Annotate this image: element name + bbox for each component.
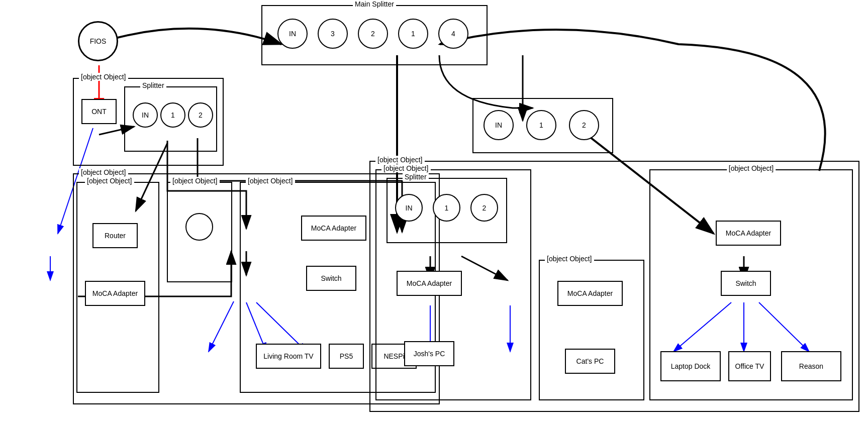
catspc-node: Cat's PC: [565, 349, 615, 374]
bas-2-node: 2: [188, 102, 213, 128]
kitchen-island-label: [object Object]: [170, 177, 220, 185]
ont-node: ONT: [81, 99, 117, 124]
kitchen-outlet-node: [185, 213, 213, 241]
main-in-node: IN: [277, 19, 308, 49]
main-2-node: 2: [358, 19, 388, 49]
cats-room-label: [object Object]: [545, 255, 594, 263]
office-region: [object Object] MoCA Adapter Switch Lapt…: [649, 169, 853, 400]
basement-label: [object Object]: [79, 73, 128, 81]
aux-2-node: 2: [569, 110, 599, 140]
fios-node: FIOS: [78, 21, 118, 61]
main-4-node: 4: [438, 19, 468, 49]
office-moca-node: MoCA Adapter: [716, 221, 781, 246]
main-1-node: 1: [398, 19, 428, 49]
main-splitter-title: Main Splitter: [353, 0, 396, 8]
bas-1-node: 1: [160, 102, 185, 128]
basement-region: [object Object] ONT Splitter IN 1 2: [73, 78, 224, 166]
joshs-room-label: [object Object]: [381, 164, 431, 172]
main-3-node: 3: [318, 19, 348, 49]
aux-1-node: 1: [526, 110, 556, 140]
ps5-node: PS5: [329, 344, 364, 369]
second-floor-label: [object Object]: [375, 156, 425, 164]
living-tv-node: Living Room TV: [256, 344, 321, 369]
first-floor-label: [object Object]: [79, 168, 128, 176]
cats-moca-node: MoCA Adapter: [557, 281, 623, 306]
josh-moca-node: MoCA Adapter: [397, 271, 462, 296]
main-splitter-region: Main Splitter IN 3 2 1 4: [261, 5, 488, 65]
joshpc-node: Josh's PC: [404, 341, 454, 366]
living-switch-node: Switch: [306, 266, 356, 291]
bas-in-node: IN: [133, 102, 158, 128]
second-floor-region: [object Object] [object Object] Splitter…: [369, 161, 859, 412]
office-switch-node: Switch: [721, 271, 771, 296]
media-room-region: [object Object] Router MoCA Adapter: [76, 182, 159, 393]
office-tv-node: Office TV: [728, 351, 771, 381]
aux-splitter-region: IN 1 2: [472, 98, 613, 153]
basement-splitter-title: Splitter: [140, 81, 166, 89]
network-diagram: FIOS Main Splitter IN 3 2 1 4 IN 1: [0, 0, 868, 423]
josh-in-node: IN: [395, 194, 423, 222]
josh-1-node: 1: [433, 194, 460, 222]
josh-2-node: 2: [470, 194, 498, 222]
josh-splitter-region: Splitter IN 1 2: [387, 178, 507, 243]
living-moca-node: MoCA Adapter: [301, 216, 366, 241]
fios-label: FIOS: [90, 37, 107, 45]
joshs-room-region: [object Object] Splitter IN 1 2 MoCA Ada…: [375, 169, 531, 400]
router-node: Router: [92, 223, 138, 248]
cats-room-region: [object Object] MoCA Adapter Cat's PC: [539, 260, 644, 400]
reason-node: Reason: [781, 351, 841, 381]
basement-splitter-region: Splitter IN 1 2: [124, 86, 217, 152]
aux-in-node: IN: [484, 110, 514, 140]
kitchen-island-region: [object Object]: [167, 182, 232, 282]
media-room-label: [object Object]: [85, 177, 134, 185]
josh-splitter-title: Splitter: [403, 173, 429, 181]
laptop-dock-node: Laptop Dock: [660, 351, 721, 381]
office-label: [object Object]: [727, 164, 776, 172]
living-room-label: [object Object]: [246, 177, 295, 185]
media-moca-node: MoCA Adapter: [85, 281, 145, 306]
